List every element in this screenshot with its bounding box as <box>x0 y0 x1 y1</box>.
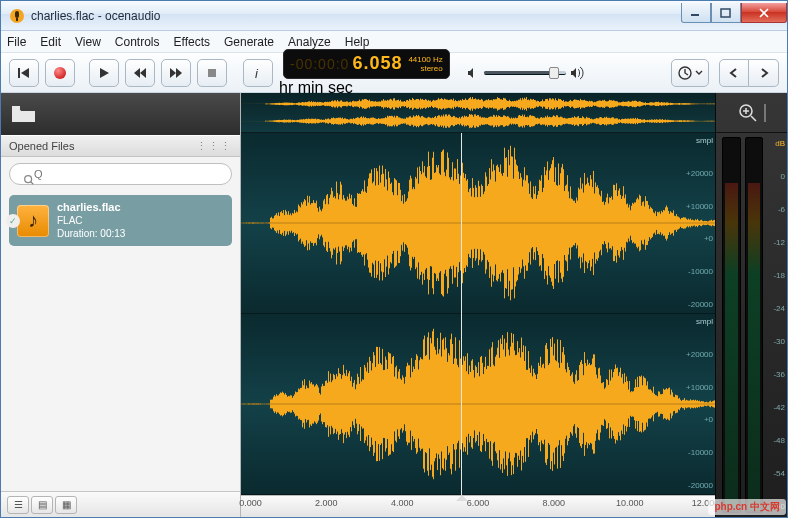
svg-text:i: i <box>255 66 259 80</box>
close-button[interactable] <box>741 3 787 23</box>
menu-view[interactable]: View <box>75 35 101 49</box>
nav-buttons <box>719 59 779 87</box>
waveform-overview[interactable] <box>241 93 715 133</box>
menu-help[interactable]: Help <box>345 35 370 49</box>
svg-point-10 <box>25 176 32 183</box>
menu-analyze[interactable]: Analyze <box>288 35 331 49</box>
track-right[interactable]: smpl +20000 +10000 +0 -10000 -20000 <box>241 314 715 495</box>
record-button[interactable] <box>45 59 75 87</box>
time-tick: 0.000 <box>239 498 262 508</box>
toolbar: i -00:00:0 6.058 44100 Hz stereo hr min … <box>1 53 787 93</box>
chevron-down-icon <box>695 69 703 77</box>
file-format: FLAC <box>57 214 125 227</box>
nav-prev-button[interactable] <box>719 59 749 87</box>
time-tick: 8.000 <box>543 498 566 508</box>
stop-button[interactable] <box>197 59 227 87</box>
db-tick: 0 <box>773 172 785 181</box>
volume-slider[interactable] <box>466 66 586 80</box>
track-left[interactable]: smpl +20000 +10000 +0 -10000 -20000 <box>241 133 715 314</box>
time-ruler[interactable]: 0.0002.0004.0006.0008.00010.00012.000 <box>241 495 715 517</box>
maximize-button[interactable] <box>711 3 741 23</box>
history-button[interactable] <box>671 59 709 87</box>
info-button[interactable]: i <box>243 59 273 87</box>
titlebar: charlies.flac - ocenaudio <box>1 1 787 31</box>
track-right-canvas <box>241 314 715 494</box>
search-input[interactable] <box>9 163 232 185</box>
window-controls <box>681 3 787 23</box>
file-list: ✓ ♪ charlies.flac FLAC Duration: 00:13 <box>1 191 240 491</box>
current-time: 6.058 <box>352 53 402 74</box>
opened-files-label: Opened Files <box>9 140 74 152</box>
negative-time: -00:00:0 <box>290 56 349 72</box>
search-icon <box>23 174 35 186</box>
playhead[interactable] <box>461 133 462 495</box>
record-icon <box>54 67 66 79</box>
main-area: Opened Files ⋮⋮⋮ ✓ ♪ charlies.flac FLAC … <box>1 93 787 517</box>
file-item[interactable]: ✓ ♪ charlies.flac FLAC Duration: 00:13 <box>9 195 232 246</box>
menu-effects[interactable]: Effects <box>174 35 210 49</box>
menu-generate[interactable]: Generate <box>224 35 274 49</box>
time-tick: 10.000 <box>616 498 644 508</box>
time-tick: 4.000 <box>391 498 414 508</box>
svg-rect-6 <box>208 69 216 77</box>
waveform-main: smpl +20000 +10000 +0 -10000 -20000 smpl <box>241 93 715 517</box>
db-tick: -18 <box>773 271 785 280</box>
speaker-high-icon <box>570 66 586 80</box>
sidebar-header <box>1 93 240 135</box>
folder-icon[interactable] <box>11 104 37 124</box>
time-tick: 6.000 <box>467 498 490 508</box>
view-list-button[interactable]: ☰ <box>7 496 29 514</box>
channel-mode: stereo <box>408 64 442 73</box>
rewind-button[interactable] <box>125 59 155 87</box>
overview-canvas <box>241 93 715 132</box>
svg-rect-2 <box>16 18 18 21</box>
zoom-in-icon[interactable] <box>738 103 758 123</box>
forward-button[interactable] <box>161 59 191 87</box>
audio-file-icon: ♪ <box>17 205 49 237</box>
waveform-area: smpl +20000 +10000 +0 -10000 -20000 smpl <box>241 93 787 517</box>
db-tick: -36 <box>773 370 785 379</box>
sample-rate: 44100 Hz <box>408 55 442 64</box>
db-tick: -6 <box>773 205 785 214</box>
menu-file[interactable]: File <box>7 35 26 49</box>
meter-right <box>745 137 764 513</box>
db-tick: -42 <box>773 403 785 412</box>
sidebar-handle-icon[interactable]: ⋮⋮⋮ <box>196 140 232 153</box>
svg-rect-5 <box>18 68 20 78</box>
file-check-icon: ✓ <box>6 214 20 228</box>
db-scale: dB 0-6-12-18-24-30-36-42-48-54-60 <box>773 139 785 511</box>
waveform-tracks[interactable]: smpl +20000 +10000 +0 -10000 -20000 smpl <box>241 133 715 495</box>
meter-panel: dB 0-6-12-18-24-30-36-42-48-54-60 <box>715 93 787 517</box>
speaker-low-icon <box>466 66 480 80</box>
minimize-button[interactable] <box>681 3 711 23</box>
clock-icon <box>677 65 693 81</box>
play-button[interactable] <box>89 59 119 87</box>
sidebar-search <box>1 157 240 191</box>
svg-rect-9 <box>12 106 20 109</box>
nav-next-button[interactable] <box>749 59 779 87</box>
file-name: charlies.flac <box>57 201 125 214</box>
view-detail-button[interactable]: ▤ <box>31 496 53 514</box>
track-left-canvas <box>241 133 715 313</box>
db-tick: -24 <box>773 304 785 313</box>
app-icon <box>9 8 25 24</box>
back-to-start-button[interactable] <box>9 59 39 87</box>
db-tick: -12 <box>773 238 785 247</box>
meter-left <box>722 137 741 513</box>
svg-rect-3 <box>691 14 699 16</box>
menu-controls[interactable]: Controls <box>115 35 160 49</box>
sidebar: Opened Files ⋮⋮⋮ ✓ ♪ charlies.flac FLAC … <box>1 93 241 517</box>
level-meters: dB 0-6-12-18-24-30-36-42-48-54-60 <box>716 133 787 517</box>
menu-edit[interactable]: Edit <box>40 35 61 49</box>
view-grid-button[interactable]: ▦ <box>55 496 77 514</box>
db-tick: -60 <box>773 502 785 511</box>
file-duration: Duration: 00:13 <box>57 227 125 240</box>
view-mode-bar: ☰ ▤ ▦ <box>1 491 240 517</box>
sidebar-section-title: Opened Files ⋮⋮⋮ <box>1 135 240 157</box>
db-tick: -54 <box>773 469 785 478</box>
zoom-controls <box>716 93 787 133</box>
volume-thumb[interactable] <box>549 67 559 79</box>
svg-rect-4 <box>721 9 730 17</box>
db-tick: -30 <box>773 337 785 346</box>
svg-rect-1 <box>15 11 19 18</box>
